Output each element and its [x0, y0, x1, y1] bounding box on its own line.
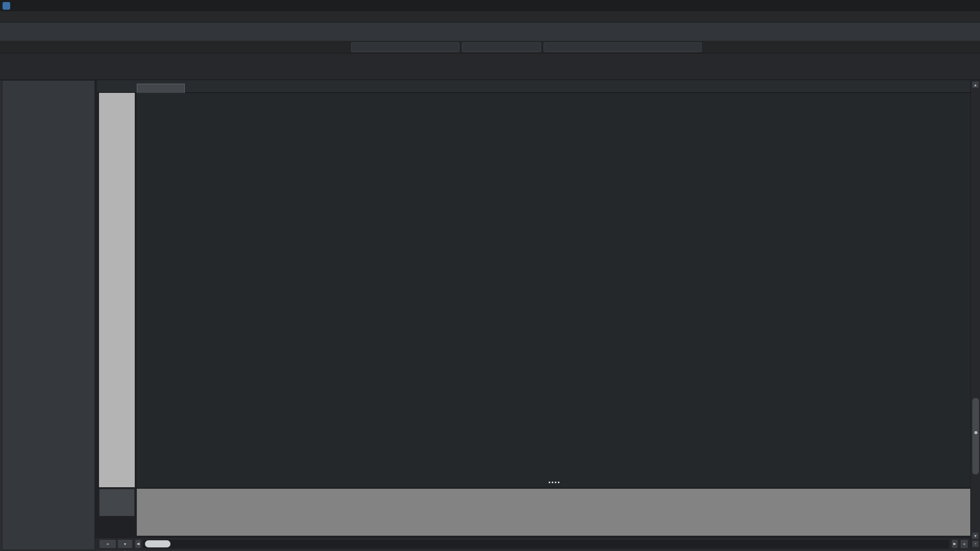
- scroll-down-button[interactable]: ▼: [972, 532, 979, 539]
- vscroll-thumb[interactable]: [972, 398, 979, 474]
- status-row: [0, 41, 980, 53]
- lane-resize-handle[interactable]: [549, 482, 561, 483]
- scroll-up-button[interactable]: ▲: [972, 81, 979, 88]
- vertical-scrollbar[interactable]: ▲ ▼ ＋: [970, 80, 980, 550]
- piano-keyboard[interactable]: [99, 93, 135, 487]
- track-part-tag[interactable]: [137, 84, 185, 94]
- velocity-lane[interactable]: [137, 489, 970, 536]
- hzoom-corner-button[interactable]: ＋: [960, 539, 968, 548]
- zoom-preset-dropdown[interactable]: ▼: [117, 539, 133, 548]
- hscroll-track[interactable]: [143, 540, 949, 548]
- key-editor-window: ＋ ▼ ◀ ▶ ＋ ▲ ▼ ＋ const data = JSON.parse(…: [0, 0, 980, 551]
- vzoom-corner-button[interactable]: ＋: [972, 540, 979, 547]
- app-icon: [3, 2, 10, 10]
- scroll-right-button[interactable]: ▶: [951, 539, 958, 548]
- toolbar: [0, 23, 980, 41]
- zoom-preset-add-button[interactable]: ＋: [99, 539, 116, 548]
- scroll-left-button[interactable]: ◀: [135, 539, 141, 548]
- mouse-time-position-box: [351, 42, 459, 52]
- mouse-value-box: [462, 42, 541, 52]
- timeline-ruler[interactable]: [97, 80, 970, 93]
- info-line: [0, 53, 980, 80]
- vscroll-grip-icon: [974, 431, 977, 434]
- hscroll-thumb[interactable]: [145, 540, 170, 547]
- close-button[interactable]: [958, 0, 980, 11]
- velocity-lane-label-box[interactable]: [99, 489, 135, 516]
- horizontal-scrollbar[interactable]: ＋ ▼ ◀ ▶ ＋: [95, 537, 970, 550]
- titlebar: [0, 0, 980, 11]
- note-grid[interactable]: [137, 93, 970, 487]
- menubar: [0, 11, 980, 22]
- minimize-button[interactable]: [913, 0, 935, 11]
- maximize-button[interactable]: [935, 0, 958, 11]
- current-chord-box: [544, 42, 702, 52]
- inspector-sidebar: [2, 80, 95, 550]
